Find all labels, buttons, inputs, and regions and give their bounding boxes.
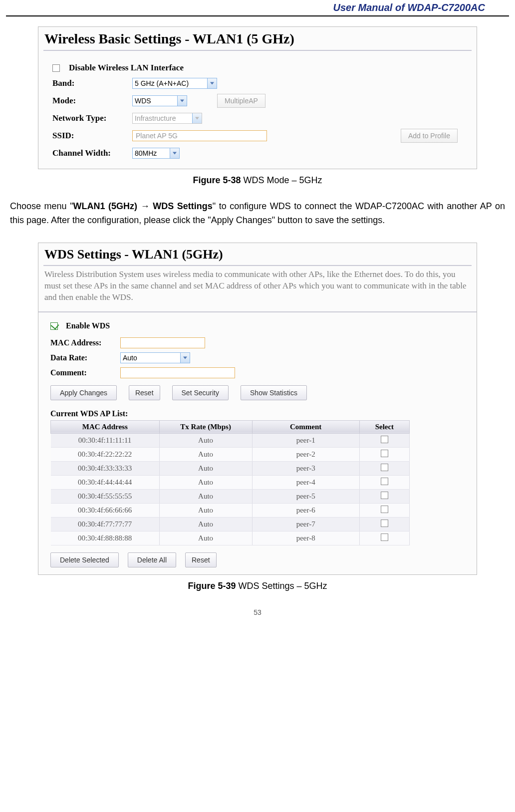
table-row: 00:30:4f:11:11:11Autopeer-1 xyxy=(51,433,410,447)
cell-mac: 00:30:4f:66:66:66 xyxy=(51,503,160,517)
disable-wlan-label: Disable Wireless LAN Interface xyxy=(69,63,184,73)
multiple-ap-button: MultipleAP xyxy=(217,94,265,108)
network-type-label: Network Type: xyxy=(52,113,127,123)
table-row: 00:30:4f:22:22:22Autopeer-2 xyxy=(51,447,410,461)
divider xyxy=(38,311,477,312)
page-number: 53 xyxy=(10,608,505,616)
cell-rate: Auto xyxy=(159,447,252,461)
cell-rate: Auto xyxy=(159,503,252,517)
band-select[interactable]: 5 GHz (A+N+AC) xyxy=(132,78,217,89)
figure-1-caption: Figure 5-38 WDS Mode – 5GHz xyxy=(10,175,505,186)
table-row: 00:30:4f:55:55:55Autopeer-5 xyxy=(51,489,410,503)
cell-select xyxy=(359,475,409,489)
set-security-button[interactable]: Set Security xyxy=(172,385,229,400)
enable-wds-checkbox[interactable] xyxy=(50,322,58,330)
data-rate-select[interactable]: Auto xyxy=(120,352,190,363)
chevron-down-icon xyxy=(192,113,202,123)
wds-ap-table: MAC Address Tx Rate (Mbps) Comment Selec… xyxy=(50,420,410,545)
cell-rate: Auto xyxy=(159,489,252,503)
channel-width-value: 80MHz xyxy=(135,149,157,157)
wds-list-heading: Current WDS AP List: xyxy=(50,409,465,418)
cell-mac: 00:30:4f:33:33:33 xyxy=(51,461,160,475)
cell-select xyxy=(359,447,409,461)
col-comment: Comment xyxy=(252,420,359,433)
data-rate-label: Data Rate: xyxy=(50,353,120,362)
figure-2-frame: WDS Settings - WLAN1 (5GHz) Wireless Dis… xyxy=(38,243,477,575)
network-type-select: Infrastructure xyxy=(132,113,202,124)
figure-1-title: Wireless Basic Settings - WLAN1 (5 GHz) xyxy=(43,30,472,51)
cell-comment: peer-8 xyxy=(252,531,359,545)
reset-button[interactable]: Reset xyxy=(129,385,160,400)
header-rule xyxy=(6,15,509,16)
ssid-label: SSID: xyxy=(52,131,127,141)
chevron-down-icon xyxy=(170,148,179,158)
cell-comment: peer-1 xyxy=(252,433,359,447)
col-select: Select xyxy=(359,420,409,433)
chevron-down-icon xyxy=(177,96,187,106)
mode-label: Mode: xyxy=(52,96,127,106)
comment-label: Comment: xyxy=(50,368,120,377)
cell-mac: 00:30:4f:44:44:44 xyxy=(51,475,160,489)
apply-changes-button[interactable]: Apply Changes xyxy=(50,385,117,400)
cell-comment: peer-4 xyxy=(252,475,359,489)
cell-rate: Auto xyxy=(159,461,252,475)
cell-mac: 00:30:4f:55:55:55 xyxy=(51,489,160,503)
table-row: 00:30:4f:77:77:77Autopeer-7 xyxy=(51,517,410,531)
band-label: Band: xyxy=(52,78,127,88)
cell-select xyxy=(359,517,409,531)
doc-header: User Manual of WDAP-C7200AC xyxy=(0,0,515,13)
chevron-down-icon xyxy=(207,78,217,88)
cell-rate: Auto xyxy=(159,475,252,489)
row-select-checkbox[interactable] xyxy=(381,450,388,457)
row-select-checkbox[interactable] xyxy=(381,464,388,471)
cell-comment: peer-3 xyxy=(252,461,359,475)
table-row: 00:30:4f:33:33:33Autopeer-3 xyxy=(51,461,410,475)
cell-mac: 00:30:4f:22:22:22 xyxy=(51,447,160,461)
row-select-checkbox[interactable] xyxy=(381,436,388,443)
cell-comment: peer-2 xyxy=(252,447,359,461)
comment-input[interactable] xyxy=(120,367,235,378)
cell-select xyxy=(359,531,409,545)
instruction-paragraph: Choose menu "WLAN1 (5GHz) → WDS Settings… xyxy=(10,200,505,228)
delete-selected-button[interactable]: Delete Selected xyxy=(50,552,119,567)
row-select-checkbox[interactable] xyxy=(381,520,388,527)
cell-mac: 00:30:4f:88:88:88 xyxy=(51,531,160,545)
col-mac: MAC Address xyxy=(51,420,160,433)
add-to-profile-button: Add to Profile xyxy=(401,129,458,143)
cell-mac: 00:30:4f:77:77:77 xyxy=(51,517,160,531)
band-value: 5 GHz (A+N+AC) xyxy=(135,79,189,87)
figure-1-frame: Wireless Basic Settings - WLAN1 (5 GHz) … xyxy=(38,26,477,169)
mac-address-input[interactable] xyxy=(120,337,205,348)
cell-rate: Auto xyxy=(159,517,252,531)
cell-comment: peer-7 xyxy=(252,517,359,531)
chevron-down-icon xyxy=(180,353,190,363)
table-row: 00:30:4f:88:88:88Autopeer-8 xyxy=(51,531,410,545)
cell-select xyxy=(359,433,409,447)
figure-2-caption: Figure 5-39 WDS Settings – 5GHz xyxy=(10,581,505,591)
table-row: 00:30:4f:66:66:66Autopeer-6 xyxy=(51,503,410,517)
mode-value: WDS xyxy=(135,97,151,105)
figure-2-title: WDS Settings - WLAN1 (5GHz) xyxy=(43,246,472,266)
table-row: 00:30:4f:44:44:44Autopeer-4 xyxy=(51,475,410,489)
cell-mac: 00:30:4f:11:11:11 xyxy=(51,433,160,447)
channel-width-label: Channel Width: xyxy=(52,148,127,158)
col-rate: Tx Rate (Mbps) xyxy=(159,420,252,433)
row-select-checkbox[interactable] xyxy=(381,506,388,513)
cell-select xyxy=(359,461,409,475)
delete-all-button[interactable]: Delete All xyxy=(128,552,176,567)
row-select-checkbox[interactable] xyxy=(381,534,388,541)
mode-select[interactable]: WDS xyxy=(132,95,187,106)
enable-wds-label: Enable WDS xyxy=(66,321,110,330)
disable-wlan-checkbox[interactable] xyxy=(52,64,60,72)
cell-comment: peer-6 xyxy=(252,503,359,517)
channel-width-select[interactable]: 80MHz xyxy=(132,148,180,159)
row-select-checkbox[interactable] xyxy=(381,478,388,485)
row-select-checkbox[interactable] xyxy=(381,492,388,499)
cell-rate: Auto xyxy=(159,531,252,545)
figure-2-description: Wireless Distribution System uses wirele… xyxy=(44,269,471,303)
cell-comment: peer-5 xyxy=(252,489,359,503)
reset-list-button[interactable]: Reset xyxy=(185,552,217,567)
cell-select xyxy=(359,503,409,517)
data-rate-value: Auto xyxy=(123,354,137,362)
show-statistics-button[interactable]: Show Statistics xyxy=(241,385,307,400)
